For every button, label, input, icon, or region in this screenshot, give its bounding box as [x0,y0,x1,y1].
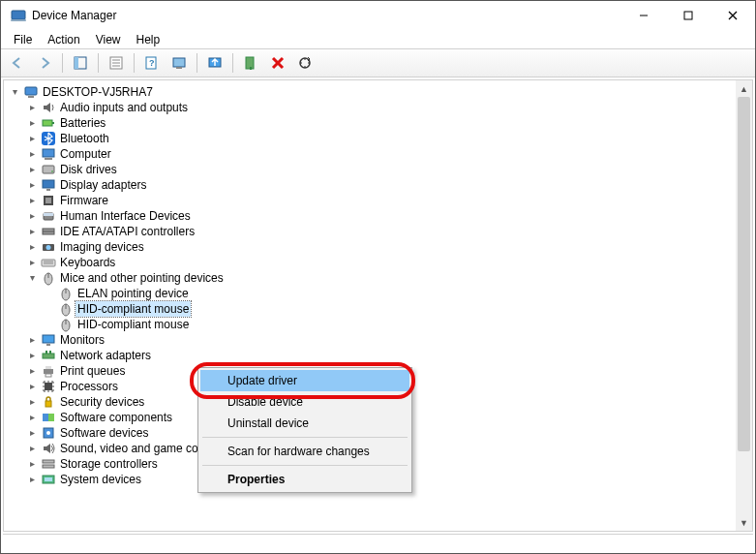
context-menu[interactable]: Update driverDisable deviceUninstall dev… [197,367,412,493]
action-button[interactable] [166,51,192,75]
processor-icon [41,379,56,394]
tree-item-firmware[interactable]: ▸Firmware [8,193,752,208]
scroll-down-button[interactable]: ▼ [736,514,752,531]
menu-help[interactable]: Help [130,32,167,47]
uninstall-device-button[interactable] [265,51,290,75]
svg-point-64 [46,431,50,435]
tree-item-elan-pointing-device[interactable]: ELAN pointing device [8,286,752,301]
svg-rect-56 [44,369,53,374]
expand-collapse-chevron-icon[interactable]: ▸ [25,441,39,456]
svg-rect-55 [49,351,51,354]
expand-collapse-chevron-icon[interactable]: ▾ [8,84,21,100]
monitor-icon [41,332,56,348]
tree-item-bluetooth[interactable]: ▸Bluetooth [8,131,752,146]
expand-collapse-chevron-icon[interactable]: ▸ [25,177,39,193]
svg-rect-26 [43,149,54,157]
properties-button[interactable] [104,51,129,75]
expand-collapse-chevron-icon[interactable]: ▸ [25,348,39,363]
menu-view[interactable]: View [89,32,128,47]
expand-collapse-chevron-icon[interactable]: ▸ [25,332,39,348]
software-dev-icon [41,425,56,441]
tree-item-audio-inputs-and-outputs[interactable]: ▸Audio inputs and outputs [8,100,752,115]
tree-item-imaging-devices[interactable]: ▸Imaging devices [8,239,752,255]
expand-collapse-chevron-icon[interactable]: ▸ [25,456,39,472]
expand-collapse-chevron-icon[interactable]: ▸ [25,208,39,224]
expand-collapse-chevron-icon[interactable]: ▸ [25,115,39,131]
tree-item-network-adapters[interactable]: ▸Network adapters [8,348,752,363]
imaging-icon [41,239,56,255]
context-menu-separator [202,437,408,438]
svg-rect-15 [176,67,182,69]
scan-hardware-button[interactable] [292,51,318,75]
tree-item-human-interface-devices[interactable]: ▸Human Interface Devices [8,208,752,224]
forward-button[interactable] [32,51,57,75]
context-menu-separator [202,465,408,466]
vertical-scrollbar[interactable]: ▲ ▼ [736,80,752,531]
tree-item-label: DESKTOP-VJ5RHA7 [41,84,155,100]
show-hide-console-tree-button[interactable] [68,51,93,75]
svg-rect-0 [12,11,25,19]
maximize-button[interactable] [666,1,711,30]
scroll-up-button[interactable]: ▲ [736,80,752,97]
tree-item-keyboards[interactable]: ▸Keyboards [8,255,752,270]
tree-item-monitors[interactable]: ▸Monitors [8,332,752,348]
tree-root[interactable]: ▾DESKTOP-VJ5RHA7 [8,84,752,100]
context-menu-uninstall-device[interactable]: Uninstall device [200,413,409,434]
expand-collapse-chevron-icon[interactable]: ▸ [25,410,39,425]
scroll-track[interactable] [736,97,752,514]
expand-collapse-chevron-icon[interactable]: ▸ [25,255,39,270]
expand-collapse-chevron-icon[interactable]: ▸ [25,394,39,410]
tree-item-label: Imaging devices [58,239,146,255]
tree-item-label: Mice and other pointing devices [58,270,226,286]
svg-rect-57 [45,366,51,369]
expand-collapse-chevron-icon[interactable]: ▸ [25,193,39,208]
svg-rect-61 [43,414,48,421]
context-menu-scan-for-hardware-changes[interactable]: Scan for hardware changes [200,441,409,462]
tree-item-hid-compliant-mouse[interactable]: HID-compliant mouse [8,301,752,317]
svg-rect-58 [45,374,51,377]
back-button[interactable] [5,51,30,75]
minimize-button[interactable] [621,1,666,30]
expand-collapse-chevron-icon[interactable]: ▾ [25,270,39,286]
expand-collapse-chevron-icon[interactable]: ▸ [25,425,39,441]
tree-item-computer[interactable]: ▸Computer [8,146,752,162]
bluetooth-icon [41,131,56,146]
battery-icon [41,115,56,131]
svg-rect-65 [43,460,54,463]
svg-rect-22 [28,96,34,98]
expand-collapse-chevron-icon[interactable]: ▸ [25,146,39,162]
scroll-thumb[interactable] [738,97,750,451]
enable-device-button[interactable] [238,51,263,75]
update-driver-button[interactable] [202,51,227,75]
tree-item-disk-drives[interactable]: ▸Disk drives [8,162,752,177]
tree-item-mice-and-other-pointing-devices[interactable]: ▾Mice and other pointing devices [8,270,752,286]
menu-file[interactable]: File [7,32,39,47]
tree-item-label: Batteries [58,115,107,131]
context-menu-disable-device[interactable]: Disable device [200,391,409,413]
close-button[interactable] [711,1,755,30]
tree-item-label: IDE ATA/ATAPI controllers [58,224,197,239]
expand-collapse-chevron-icon[interactable]: ▸ [25,472,39,487]
window-title: Device Manager [32,9,116,22]
expand-collapse-chevron-icon[interactable]: ▸ [25,379,39,394]
help-button[interactable]: ? [139,51,165,75]
tree-item-ide-ata-atapi-controllers[interactable]: ▸IDE ATA/ATAPI controllers [8,224,752,239]
context-menu-properties[interactable]: Properties [200,469,409,490]
context-menu-update-driver[interactable]: Update driver [200,370,409,391]
storage-icon [41,456,56,472]
tree-item-label: Software components [58,410,174,425]
expand-collapse-chevron-icon[interactable]: ▸ [25,131,39,146]
tree-item-batteries[interactable]: ▸Batteries [8,115,752,131]
menubar: File Action View Help [1,30,755,48]
menu-action[interactable]: Action [41,32,86,47]
tree-item-hid-compliant-mouse[interactable]: HID-compliant mouse [8,317,752,332]
expand-collapse-chevron-icon[interactable]: ▸ [25,100,39,115]
expand-collapse-chevron-icon[interactable]: ▸ [25,239,39,255]
tree-item-label: Audio inputs and outputs [58,100,190,115]
tree-item-display-adapters[interactable]: ▸Display adapters [8,177,752,193]
expand-collapse-chevron-icon[interactable]: ▸ [25,162,39,177]
expand-collapse-chevron-icon[interactable]: ▸ [25,224,39,239]
svg-rect-62 [48,414,54,421]
svg-rect-35 [44,213,53,216]
expand-collapse-chevron-icon[interactable]: ▸ [25,363,39,379]
